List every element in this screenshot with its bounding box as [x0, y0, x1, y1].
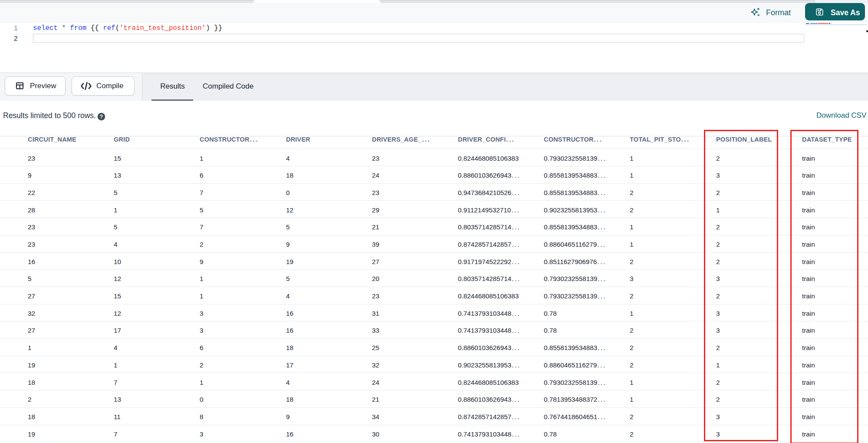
- svg-text:?: ?: [100, 114, 103, 120]
